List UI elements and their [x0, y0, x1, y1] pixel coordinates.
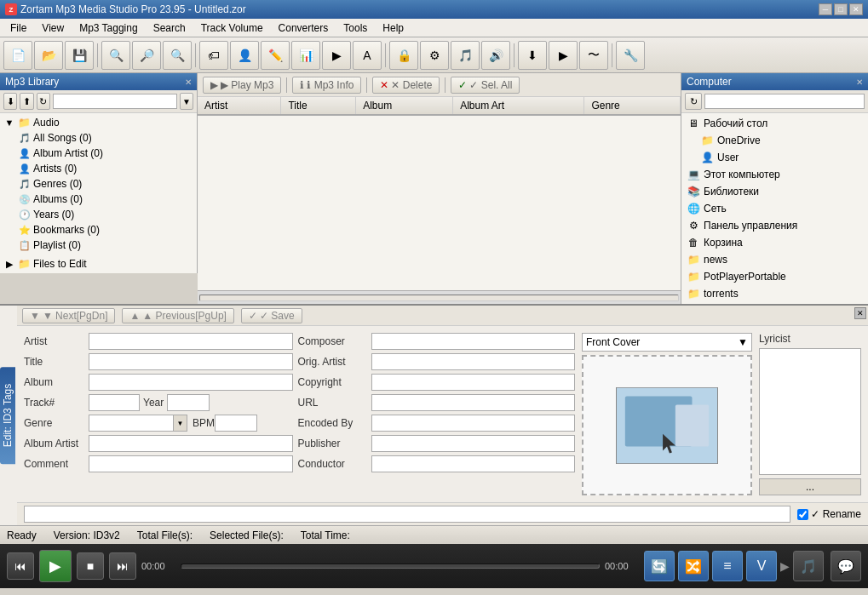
tree-item-allsongs[interactable]: 🎵 All Songs (0)	[2, 130, 195, 146]
mp3-info-button[interactable]: ℹ ℹ Mp3 Info	[292, 77, 361, 94]
chart-button[interactable]: 📊	[291, 41, 320, 70]
conductor-input[interactable]	[371, 455, 576, 472]
genre-dropdown-button[interactable]: ▼	[174, 415, 187, 432]
comp-item-onedrive[interactable]: 📁 OneDrive	[683, 132, 866, 149]
download-button[interactable]: ⬇	[518, 41, 547, 70]
rename-checkbox-label[interactable]: ✓ Rename	[797, 508, 861, 520]
player-music-button[interactable]: 🎵	[793, 551, 824, 581]
comment-input[interactable]	[89, 455, 293, 472]
copyright-input[interactable]	[371, 374, 576, 391]
amazon-button[interactable]: A	[353, 41, 382, 70]
tree-item-artists[interactable]: 👤 Artists (0)	[2, 161, 195, 176]
orig-artist-input[interactable]	[371, 353, 576, 370]
artist-input[interactable]	[89, 333, 293, 350]
tree-item-filestoedit[interactable]: ▶ 📁 Files to Edit	[2, 256, 195, 272]
menu-tools[interactable]: Tools	[336, 20, 374, 36]
lib-up-button[interactable]: ⬆	[20, 93, 33, 110]
album-input[interactable]	[89, 374, 293, 391]
settings-button[interactable]: ⚙	[420, 41, 449, 70]
title-input[interactable]	[89, 353, 293, 370]
player-chat-button[interactable]: 💬	[831, 551, 861, 581]
youtube-button[interactable]: ▶	[322, 41, 351, 70]
tree-item-albumartist[interactable]: 👤 Album Artist (0)	[2, 146, 195, 161]
lyricist-input[interactable]	[759, 348, 861, 475]
lib-down-button[interactable]: ⬇	[3, 93, 17, 110]
player-list-button[interactable]: ≡	[712, 551, 743, 581]
save-edit-button[interactable]: ✓ ✓ Save	[241, 308, 302, 323]
tree-item-albums[interactable]: 💿 Albums (0)	[2, 192, 195, 207]
mp3-library-close[interactable]: ✕	[185, 77, 192, 87]
close-button[interactable]: ✕	[849, 3, 863, 15]
menu-view[interactable]: View	[35, 20, 71, 36]
comp-item-potplayer[interactable]: 📁 PotPlayerPortable	[683, 268, 866, 285]
maximize-button[interactable]: □	[834, 3, 848, 15]
lock-button[interactable]: 🔒	[389, 41, 418, 70]
computer-close[interactable]: ✕	[856, 77, 863, 87]
edit-button[interactable]: ✏️	[261, 41, 290, 70]
menu-search[interactable]: Search	[147, 20, 193, 36]
lib-search-input[interactable]	[53, 94, 177, 109]
url-input[interactable]	[371, 394, 576, 411]
comp-item-torrents[interactable]: 📁 torrents	[683, 285, 866, 302]
search-button[interactable]: 🔍	[101, 41, 130, 70]
play-mp3-button[interactable]: ▶ ▶ Play Mp3	[203, 77, 281, 94]
comp-item-libraries[interactable]: 📚 Библиотеки	[683, 183, 866, 200]
comp-item-controlpanel[interactable]: ⚙ Панель управления	[683, 217, 866, 234]
player-stop-button[interactable]: ■	[77, 552, 104, 580]
encoded-by-input[interactable]	[371, 415, 576, 432]
tree-item-audio[interactable]: ▼ 📁 Audio	[2, 115, 195, 130]
scrollbar-track[interactable]	[199, 295, 679, 301]
rename-checkbox[interactable]	[797, 509, 808, 520]
minimize-button[interactable]: ─	[819, 3, 832, 15]
next-button[interactable]: ▼ ▼ Next[PgDn]	[22, 308, 115, 323]
album-artist-input[interactable]	[89, 435, 293, 452]
comp-item-user[interactable]: 👤 User	[683, 149, 866, 166]
config-button[interactable]: 🔧	[616, 41, 645, 70]
player-play-button[interactable]: ▶	[39, 550, 72, 582]
bpm-input[interactable]	[215, 415, 257, 432]
save-toolbar-button[interactable]: 💾	[65, 41, 94, 70]
comp-item-network[interactable]: 🌐 Сеть	[683, 200, 866, 217]
tag-button[interactable]: 🏷	[199, 41, 228, 70]
comp-item-news[interactable]: 📁 news	[683, 251, 866, 268]
player-prev-button[interactable]: ⏮	[7, 552, 34, 580]
player-repeat-button[interactable]: 🔄	[644, 551, 675, 581]
horizontal-scrollbar[interactable]	[198, 290, 681, 304]
title-bar-controls[interactable]: ─ □ ✕	[819, 3, 863, 15]
genre-input[interactable]	[89, 415, 174, 432]
menu-trackvolume[interactable]: Track Volume	[194, 20, 270, 36]
track-input[interactable]	[89, 394, 140, 411]
rename-input[interactable]	[24, 506, 790, 523]
menu-mp3tagging[interactable]: Mp3 Tagging	[72, 20, 145, 36]
zoom-in-button[interactable]: 🔎	[132, 41, 161, 70]
comp-search-input[interactable]	[704, 94, 865, 109]
music-button[interactable]: 🎵	[451, 41, 480, 70]
wave-button[interactable]: 〜	[579, 41, 608, 70]
cover-dropdown[interactable]: Front Cover ▼	[582, 333, 752, 352]
lib-search-btn[interactable]: ▼	[180, 93, 193, 110]
open-button[interactable]: 📂	[34, 41, 63, 70]
publisher-input[interactable]	[371, 435, 576, 452]
youtube2-button[interactable]: ▶	[549, 41, 578, 70]
prev-button[interactable]: ▲ ▲ Previous[PgUp]	[122, 308, 233, 323]
person-button[interactable]: 👤	[230, 41, 259, 70]
sel-all-button[interactable]: ✓ ✓ Sel. All	[451, 77, 520, 94]
vol-button[interactable]: 🔊	[481, 41, 510, 70]
tree-item-years[interactable]: 🕐 Years (0)	[2, 207, 195, 222]
tree-item-playlist[interactable]: 📋 Playlist (0)	[2, 237, 195, 253]
edit-panel-close[interactable]: ✕	[854, 307, 866, 319]
new-button[interactable]: 📄	[3, 41, 32, 70]
year-input[interactable]	[167, 394, 210, 411]
menu-help[interactable]: Help	[376, 20, 411, 36]
delete-button[interactable]: ✕ ✕ Delete	[372, 77, 440, 94]
comp-item-recycle[interactable]: 🗑 Корзина	[683, 234, 866, 251]
comp-refresh-btn[interactable]: ↻	[685, 93, 702, 110]
menu-file[interactable]: File	[3, 20, 33, 36]
player-shuffle-button[interactable]: 🔀	[678, 551, 709, 581]
comp-item-desktop[interactable]: 🖥 Рабочий стол	[683, 115, 866, 132]
tree-item-bookmarks[interactable]: ⭐ Bookmarks (0)	[2, 222, 195, 237]
lyricist-more-button[interactable]: ...	[759, 478, 861, 495]
menu-converters[interactable]: Converters	[272, 20, 336, 36]
zoom-out-button[interactable]: 🔍	[163, 41, 192, 70]
edit-id3-tab[interactable]: Edit: ID3 Tags	[0, 367, 15, 464]
